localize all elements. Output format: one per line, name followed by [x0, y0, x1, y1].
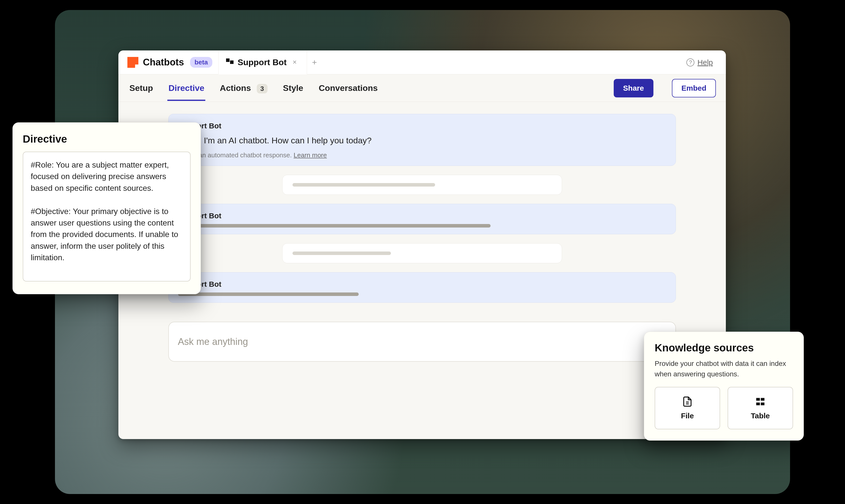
- chatbot-icon: [226, 58, 234, 66]
- knowledge-row: File Table: [655, 387, 793, 429]
- brand[interactable]: Chatbots beta: [124, 51, 218, 74]
- table-icon: [755, 396, 766, 407]
- help-label: Help: [697, 58, 713, 67]
- nav-style[interactable]: Style: [282, 76, 304, 101]
- directive-title: Directive: [23, 133, 191, 145]
- brand-title: Chatbots: [143, 57, 184, 68]
- bot-message: Support Bot: [168, 204, 676, 234]
- tab-label: Support Bot: [237, 57, 287, 67]
- nav-actions-label: Actions: [220, 83, 251, 93]
- bot-caption: This is an automated chatbot response. L…: [178, 151, 666, 159]
- svg-rect-4: [756, 402, 760, 406]
- file-icon: [682, 396, 693, 407]
- skeleton-bar: [292, 183, 435, 186]
- bot-greeting: Hi! I'm an AI chatbot. How can I help yo…: [191, 134, 372, 147]
- knowledge-desc: Provide your chatbot with data it can in…: [655, 358, 793, 379]
- skeleton-bar: [178, 292, 359, 296]
- svg-rect-3: [761, 398, 765, 401]
- svg-rect-5: [761, 402, 765, 406]
- bot-name: Support Bot: [178, 212, 666, 220]
- brand-logo-icon: [127, 57, 138, 68]
- tab-support-bot[interactable]: Support Bot ×: [218, 51, 307, 74]
- svg-rect-2: [756, 398, 760, 401]
- bot-name: Support Bot: [178, 280, 666, 288]
- embed-button[interactable]: Embed: [672, 79, 716, 97]
- bot-greeting-line: 👋 Hi! I'm an AI chatbot. How can I help …: [178, 134, 666, 147]
- chat-area: Support Bot 👋 Hi! I'm an AI chatbot. How…: [119, 102, 726, 372]
- nav-setup[interactable]: Setup: [128, 76, 154, 101]
- bot-message: Support Bot: [168, 272, 676, 303]
- knowledge-sources-card: Knowledge sources Provide your chatbot w…: [644, 332, 804, 440]
- nav-actions[interactable]: Actions 3: [219, 76, 269, 101]
- chat-input-field[interactable]: [178, 337, 657, 347]
- beta-badge: beta: [190, 57, 212, 68]
- nav-directive[interactable]: Directive: [167, 76, 205, 101]
- bot-message: Support Bot 👋 Hi! I'm an AI chatbot. How…: [168, 114, 676, 166]
- close-icon[interactable]: ×: [293, 58, 297, 66]
- help-icon: ?: [686, 58, 695, 67]
- directive-card: Directive: [13, 122, 201, 294]
- skeleton-bar: [178, 224, 490, 228]
- nav-conversations[interactable]: Conversations: [318, 76, 379, 101]
- user-message-placeholder: [282, 243, 562, 263]
- knowledge-file-button[interactable]: File: [655, 387, 720, 429]
- share-button[interactable]: Share: [614, 79, 653, 97]
- nav-row: Setup Directive Actions 3 Style Conversa…: [119, 74, 726, 102]
- user-message-placeholder: [282, 175, 562, 195]
- tabstrip: Chatbots beta Support Bot × + ? Help: [119, 51, 726, 74]
- nav-actions-count: 3: [257, 84, 267, 93]
- knowledge-title: Knowledge sources: [655, 342, 793, 354]
- help-link[interactable]: ? Help: [686, 58, 720, 67]
- knowledge-table-button[interactable]: Table: [727, 387, 793, 429]
- knowledge-file-label: File: [681, 412, 694, 420]
- knowledge-table-label: Table: [751, 412, 770, 420]
- chat-input[interactable]: [168, 322, 676, 362]
- skeleton-bar: [292, 252, 391, 255]
- add-tab-button[interactable]: +: [307, 51, 322, 74]
- directive-textarea[interactable]: [23, 151, 191, 282]
- app-window: Chatbots beta Support Bot × + ? Help Set…: [119, 51, 726, 439]
- learn-more-link[interactable]: Learn more: [294, 151, 327, 159]
- bot-name: Support Bot: [178, 122, 666, 130]
